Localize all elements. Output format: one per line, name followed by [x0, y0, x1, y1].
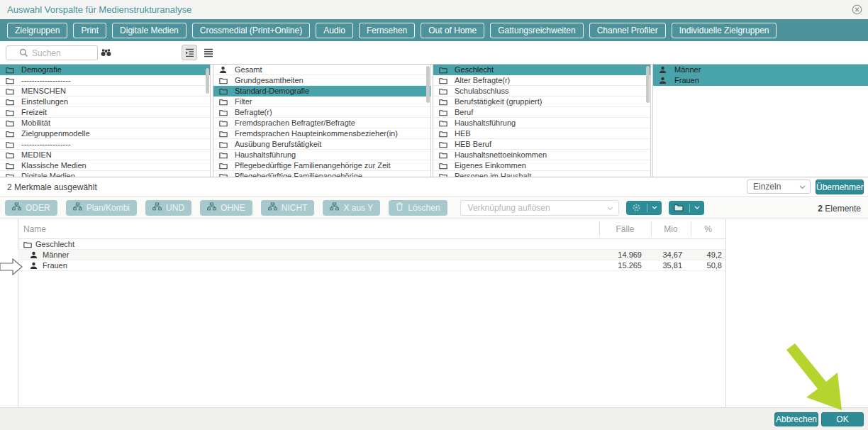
- list-item[interactable]: Freizeit: [0, 107, 210, 118]
- folder-icon: [6, 109, 14, 118]
- mode-dropdown[interactable]: Einzeln: [747, 180, 811, 194]
- list-item[interactable]: Alter Befragte(r): [433, 75, 650, 86]
- list-item[interactable]: Haushaltsnettoeinkommen: [433, 150, 650, 160]
- list-item-label: HEB Beruf: [455, 140, 491, 148]
- operator-l-schen-button[interactable]: Löschen: [389, 200, 447, 216]
- list-item-label: Fremdsprachen Befragter/Befragte: [235, 118, 355, 127]
- tab-audio[interactable]: Audio: [316, 23, 353, 38]
- list-item[interactable]: Berufstätigkeit (gruppiert): [433, 97, 650, 107]
- list-item[interactable]: Einstellungen: [0, 97, 210, 107]
- tab-digitale-medien[interactable]: Digitale Medien: [112, 23, 187, 38]
- list-item[interactable]: Haushaltsführung: [433, 118, 650, 128]
- operator-und-button[interactable]: UND: [145, 200, 191, 216]
- category-browser: Demografie-------------------MENSCHENEin…: [0, 64, 868, 177]
- tab-print[interactable]: Print: [73, 23, 106, 38]
- list-item-label: Befragte(r): [235, 108, 272, 116]
- link-dropdown[interactable]: Verknüpfung auflösen: [460, 200, 619, 216]
- folder-icon: [439, 140, 447, 150]
- tab-channel-profiler[interactable]: Channel Profiler: [589, 23, 666, 38]
- folder-icon: [23, 241, 32, 250]
- folder-icon: [6, 66, 14, 75]
- list-item[interactable]: MEDIEN: [0, 150, 210, 160]
- list-item[interactable]: Grundgesamtheiten: [213, 75, 430, 86]
- list-item[interactable]: Standard-Demografie: [213, 86, 430, 97]
- folder-icon: [439, 130, 447, 139]
- list-item[interactable]: -------------------: [0, 139, 210, 150]
- person-icon: [659, 66, 667, 75]
- tab-individuelle-zielgruppen[interactable]: Individuelle Zielgruppen: [672, 23, 777, 38]
- tab-crossmedial-print-online-[interactable]: Crossmedial (Print+Online): [192, 23, 310, 38]
- list-item-label: Schulabschluss: [455, 87, 508, 95]
- apply-button[interactable]: Übernehmen: [816, 180, 864, 194]
- scrollbar-thumb[interactable]: [206, 68, 209, 94]
- row-label: Männer: [43, 250, 69, 260]
- tree-view-toggle[interactable]: [182, 45, 197, 60]
- operator-oder-button[interactable]: ODER: [5, 200, 57, 216]
- table-row[interactable]: Frauen15.26535,8150,8: [18, 260, 725, 271]
- list-item[interactable]: Haushaltsführung: [213, 150, 430, 160]
- cancel-button[interactable]: Abbrechen: [774, 412, 818, 426]
- person-icon: [30, 262, 38, 272]
- folder-icon: [6, 77, 14, 86]
- scrollbar-thumb[interactable]: [426, 66, 430, 103]
- list-item-label: Eigenes Einkommen: [455, 161, 526, 170]
- list-item[interactable]: -------------------: [0, 75, 210, 86]
- list-item[interactable]: Klassische Medien: [0, 160, 210, 171]
- chevron-down-icon: [607, 206, 613, 211]
- list-item[interactable]: HEB: [433, 128, 650, 139]
- tab-fernsehen[interactable]: Fernsehen: [359, 23, 415, 38]
- scrollbar-thumb[interactable]: [646, 66, 650, 103]
- list-item-label: -------------------: [21, 76, 71, 84]
- list-item[interactable]: Zielgruppenmodelle: [0, 128, 210, 139]
- tab-out-of-home[interactable]: Out of Home: [421, 23, 484, 38]
- operator-ohne-button[interactable]: OHNE: [200, 200, 252, 216]
- table-row[interactable]: Männer14.96934,6749,2: [18, 250, 725, 260]
- selection-status: 2 Merkmale ausgewählt: [7, 182, 97, 192]
- list-item[interactable]: Fremdsprachen Befragter/Befragte: [213, 118, 430, 128]
- list-item[interactable]: Fremdsprachen Haupteinkommensbezieher(in…: [213, 128, 430, 139]
- settings-split-button[interactable]: [626, 201, 662, 215]
- list-item-label: Haushaltsführung: [455, 118, 516, 127]
- list-item-label: Frauen: [674, 76, 699, 84]
- list-item[interactable]: Demografie: [0, 65, 210, 75]
- column-header-mio: Mio: [651, 224, 691, 234]
- ok-button[interactable]: OK: [821, 412, 864, 426]
- close-button[interactable]: [851, 4, 862, 16]
- list-item[interactable]: Geschlecht: [433, 65, 650, 75]
- list-item[interactable]: Frauen: [653, 75, 868, 86]
- operator-nicht-button[interactable]: NICHT: [261, 200, 315, 216]
- list-item[interactable]: Befragte(r): [213, 107, 430, 118]
- table-header: Name Fälle Mio %: [18, 219, 725, 239]
- list-item[interactable]: Filter: [213, 97, 430, 107]
- tab-gattungsreichweiten[interactable]: Gattungsreichweiten: [490, 23, 583, 38]
- list-item[interactable]: Eigenes Einkommen: [433, 160, 650, 171]
- tree-icon: [330, 202, 339, 213]
- list-item[interactable]: Gesamt: [213, 65, 430, 75]
- tab-zielgruppen[interactable]: Zielgruppen: [7, 23, 67, 38]
- list-item[interactable]: Mobilität: [0, 118, 210, 128]
- list-item[interactable]: HEB Beruf: [433, 139, 650, 150]
- list-item[interactable]: MENSCHEN: [0, 86, 210, 97]
- list-item[interactable]: Pflegebedürftige Familienangehörige: [213, 171, 430, 177]
- advanced-search-button[interactable]: [98, 45, 113, 60]
- result-area: Name Fälle Mio % GeschlechtMänner14.9693…: [0, 219, 868, 407]
- list-view-toggle[interactable]: [201, 45, 216, 60]
- list-item[interactable]: Schulabschluss: [433, 86, 650, 97]
- table-row[interactable]: Geschlecht: [18, 239, 725, 250]
- list-item-label: Filter: [235, 97, 252, 106]
- search-input[interactable]: [32, 47, 96, 59]
- list-item[interactable]: Ausübung Berufstätigkeit: [213, 139, 430, 150]
- list-item[interactable]: Pflegebedürftige Familienangehörige zur …: [213, 160, 430, 171]
- column-header-faelle: Fälle: [599, 224, 651, 234]
- operator-x-aus-y-button[interactable]: X aus Y: [323, 200, 380, 216]
- folder-icon: [6, 162, 14, 171]
- list-item[interactable]: Beruf: [433, 107, 650, 118]
- list-item[interactable]: Männer: [653, 65, 868, 75]
- operator-plan-kombi-button[interactable]: Plan/Kombi: [66, 200, 137, 216]
- list-item[interactable]: Personen im Haushalt: [433, 171, 650, 177]
- list-item-label: Mobilität: [21, 118, 50, 127]
- operator-label: Löschen: [408, 203, 440, 213]
- list-item-label: Berufstätigkeit (gruppiert): [455, 97, 542, 106]
- list-item[interactable]: Digitale Medien: [0, 171, 210, 177]
- folder-split-button[interactable]: [669, 201, 704, 215]
